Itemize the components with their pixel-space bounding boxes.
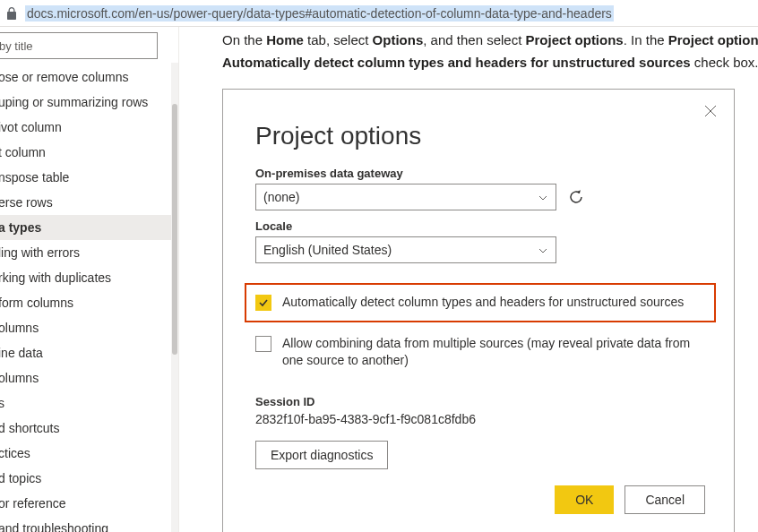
sidebar-item[interactable]: ivot column (0, 115, 178, 140)
browser-url-bar: docs.microsoft.com/en-us/power-query/dat… (0, 0, 758, 27)
sidebar-item[interactable]: a types (0, 215, 178, 240)
sidebar-item[interactable]: erse rows (0, 190, 178, 215)
session-id-label: Session ID (255, 395, 705, 408)
cancel-button[interactable]: Cancel (624, 485, 705, 514)
content-area: On the Home tab, select Options, and the… (179, 27, 758, 532)
auto-detect-checkbox[interactable] (255, 295, 271, 311)
intro-line2: Automatically detect column types and he… (222, 53, 758, 73)
locale-value: English (United States) (263, 243, 392, 257)
sidebar-item[interactable]: rking with duplicates (0, 265, 178, 290)
sidebar-item[interactable]: ctices (0, 441, 178, 466)
gateway-label: On-premises data gateway (255, 167, 705, 180)
sidebar-item[interactable]: or reference (0, 491, 178, 516)
allow-combine-checkbox[interactable] (255, 336, 271, 352)
gateway-value: (none) (263, 190, 299, 204)
scrollbar-thumb[interactable] (172, 104, 177, 355)
sidebar-item[interactable]: s (0, 390, 178, 416)
allow-combine-row: Allow combining data from multiple sourc… (255, 335, 705, 370)
intro-line1: On the Home tab, select Options, and the… (222, 30, 758, 51)
sidebar-item[interactable]: ling with errors (0, 240, 178, 265)
scrollbar-track[interactable] (171, 63, 178, 532)
chevron-down-icon (538, 192, 548, 202)
refresh-icon[interactable] (567, 188, 585, 206)
filter-input[interactable]: by title (0, 32, 158, 59)
sidebar-item[interactable]: uping or summarizing rows (0, 90, 178, 115)
project-options-dialog: Project options On-premises data gateway… (222, 89, 735, 532)
auto-detect-row: Automatically detect column types and he… (245, 283, 716, 322)
sidebar-item[interactable]: ine data (0, 340, 178, 365)
locale-label: Locale (255, 219, 705, 233)
dialog-title: Project options (255, 122, 705, 150)
sidebar-item[interactable]: nspose table (0, 165, 178, 190)
sidebar-item[interactable]: d topics (0, 466, 178, 491)
export-diagnostics-button[interactable]: Export diagnostics (255, 441, 388, 469)
url-text[interactable]: docs.microsoft.com/en-us/power-query/dat… (25, 5, 614, 21)
sidebar-item[interactable]: olumns (0, 315, 178, 340)
sidebar-item[interactable]: and troubleshooting (0, 516, 178, 532)
close-icon[interactable] (702, 102, 719, 120)
filter-placeholder: by title (0, 39, 33, 53)
chevron-down-icon (538, 245, 548, 255)
nav-list: ose or remove columnsuping or summarizin… (0, 64, 178, 532)
ok-button[interactable]: OK (555, 485, 614, 514)
session-id-value: 2832f10f-ba95-4383-9cf1-f9c081c8fdb6 (255, 412, 705, 426)
lock-icon (5, 7, 18, 20)
allow-combine-label: Allow combining data from multiple sourc… (282, 335, 705, 370)
sidebar-item[interactable]: ose or remove columns (0, 64, 178, 90)
sidebar-item[interactable]: d shortcuts (0, 416, 178, 441)
sidebar-item[interactable]: form columns (0, 290, 178, 315)
sidebar: by title ose or remove columnsuping or s… (0, 27, 179, 532)
locale-dropdown[interactable]: English (United States) (255, 236, 556, 263)
sidebar-item[interactable]: t column (0, 140, 178, 165)
gateway-dropdown[interactable]: (none) (255, 184, 556, 210)
auto-detect-label: Automatically detect column types and he… (282, 294, 684, 312)
sidebar-item[interactable]: olumns (0, 365, 178, 390)
